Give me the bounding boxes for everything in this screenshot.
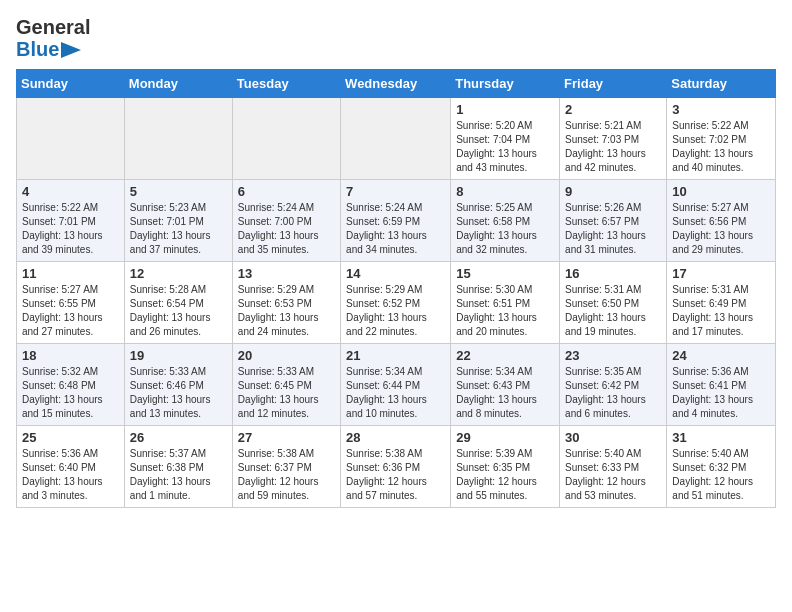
calendar-day-cell: 5Sunrise: 5:23 AM Sunset: 7:01 PM Daylig…: [124, 180, 232, 262]
day-number: 8: [456, 184, 554, 199]
calendar-day-cell: 17Sunrise: 5:31 AM Sunset: 6:49 PM Dayli…: [667, 262, 776, 344]
calendar-day-cell: 4Sunrise: 5:22 AM Sunset: 7:01 PM Daylig…: [17, 180, 125, 262]
day-number: 14: [346, 266, 445, 281]
day-info: Sunrise: 5:33 AM Sunset: 6:46 PM Dayligh…: [130, 365, 227, 421]
weekday-header-cell: Sunday: [17, 70, 125, 98]
calendar-day-cell: 24Sunrise: 5:36 AM Sunset: 6:41 PM Dayli…: [667, 344, 776, 426]
day-number: 17: [672, 266, 770, 281]
day-number: 24: [672, 348, 770, 363]
day-info: Sunrise: 5:27 AM Sunset: 6:56 PM Dayligh…: [672, 201, 770, 257]
calendar-day-cell: 8Sunrise: 5:25 AM Sunset: 6:58 PM Daylig…: [451, 180, 560, 262]
calendar-day-cell: 1Sunrise: 5:20 AM Sunset: 7:04 PM Daylig…: [451, 98, 560, 180]
day-number: 3: [672, 102, 770, 117]
logo-arrow-icon: [61, 42, 81, 58]
day-info: Sunrise: 5:34 AM Sunset: 6:44 PM Dayligh…: [346, 365, 445, 421]
day-info: Sunrise: 5:31 AM Sunset: 6:49 PM Dayligh…: [672, 283, 770, 339]
calendar-day-cell: 11Sunrise: 5:27 AM Sunset: 6:55 PM Dayli…: [17, 262, 125, 344]
day-info: Sunrise: 5:40 AM Sunset: 6:33 PM Dayligh…: [565, 447, 661, 503]
calendar-day-cell: 21Sunrise: 5:34 AM Sunset: 6:44 PM Dayli…: [341, 344, 451, 426]
calendar-day-cell: 20Sunrise: 5:33 AM Sunset: 6:45 PM Dayli…: [232, 344, 340, 426]
calendar-day-cell: 26Sunrise: 5:37 AM Sunset: 6:38 PM Dayli…: [124, 426, 232, 508]
day-number: 26: [130, 430, 227, 445]
day-info: Sunrise: 5:23 AM Sunset: 7:01 PM Dayligh…: [130, 201, 227, 257]
day-info: Sunrise: 5:27 AM Sunset: 6:55 PM Dayligh…: [22, 283, 119, 339]
calendar-day-cell: 31Sunrise: 5:40 AM Sunset: 6:32 PM Dayli…: [667, 426, 776, 508]
day-number: 2: [565, 102, 661, 117]
calendar-week-row: 18Sunrise: 5:32 AM Sunset: 6:48 PM Dayli…: [17, 344, 776, 426]
day-info: Sunrise: 5:21 AM Sunset: 7:03 PM Dayligh…: [565, 119, 661, 175]
calendar-week-row: 11Sunrise: 5:27 AM Sunset: 6:55 PM Dayli…: [17, 262, 776, 344]
calendar-day-cell: 19Sunrise: 5:33 AM Sunset: 6:46 PM Dayli…: [124, 344, 232, 426]
day-info: Sunrise: 5:28 AM Sunset: 6:54 PM Dayligh…: [130, 283, 227, 339]
day-info: Sunrise: 5:26 AM Sunset: 6:57 PM Dayligh…: [565, 201, 661, 257]
day-info: Sunrise: 5:32 AM Sunset: 6:48 PM Dayligh…: [22, 365, 119, 421]
weekday-header-cell: Thursday: [451, 70, 560, 98]
calendar-day-cell: [124, 98, 232, 180]
calendar-day-cell: 2Sunrise: 5:21 AM Sunset: 7:03 PM Daylig…: [560, 98, 667, 180]
day-info: Sunrise: 5:24 AM Sunset: 7:00 PM Dayligh…: [238, 201, 335, 257]
day-number: 27: [238, 430, 335, 445]
day-number: 30: [565, 430, 661, 445]
calendar-body: 1Sunrise: 5:20 AM Sunset: 7:04 PM Daylig…: [17, 98, 776, 508]
day-info: Sunrise: 5:25 AM Sunset: 6:58 PM Dayligh…: [456, 201, 554, 257]
day-number: 28: [346, 430, 445, 445]
day-number: 20: [238, 348, 335, 363]
calendar-day-cell: 7Sunrise: 5:24 AM Sunset: 6:59 PM Daylig…: [341, 180, 451, 262]
weekday-header-cell: Tuesday: [232, 70, 340, 98]
calendar-week-row: 1Sunrise: 5:20 AM Sunset: 7:04 PM Daylig…: [17, 98, 776, 180]
day-info: Sunrise: 5:39 AM Sunset: 6:35 PM Dayligh…: [456, 447, 554, 503]
day-number: 16: [565, 266, 661, 281]
weekday-header-cell: Monday: [124, 70, 232, 98]
calendar-day-cell: 10Sunrise: 5:27 AM Sunset: 6:56 PM Dayli…: [667, 180, 776, 262]
day-info: Sunrise: 5:38 AM Sunset: 6:36 PM Dayligh…: [346, 447, 445, 503]
day-number: 4: [22, 184, 119, 199]
logo-general: General: [16, 16, 90, 38]
calendar-day-cell: 22Sunrise: 5:34 AM Sunset: 6:43 PM Dayli…: [451, 344, 560, 426]
svg-marker-0: [61, 42, 81, 58]
day-number: 19: [130, 348, 227, 363]
day-number: 5: [130, 184, 227, 199]
day-number: 11: [22, 266, 119, 281]
weekday-header-cell: Wednesday: [341, 70, 451, 98]
calendar-week-row: 4Sunrise: 5:22 AM Sunset: 7:01 PM Daylig…: [17, 180, 776, 262]
calendar-day-cell: 3Sunrise: 5:22 AM Sunset: 7:02 PM Daylig…: [667, 98, 776, 180]
day-info: Sunrise: 5:36 AM Sunset: 6:41 PM Dayligh…: [672, 365, 770, 421]
calendar-day-cell: 23Sunrise: 5:35 AM Sunset: 6:42 PM Dayli…: [560, 344, 667, 426]
day-number: 21: [346, 348, 445, 363]
calendar-day-cell: 16Sunrise: 5:31 AM Sunset: 6:50 PM Dayli…: [560, 262, 667, 344]
day-info: Sunrise: 5:22 AM Sunset: 7:02 PM Dayligh…: [672, 119, 770, 175]
calendar-table: SundayMondayTuesdayWednesdayThursdayFrid…: [16, 69, 776, 508]
calendar-day-cell: 13Sunrise: 5:29 AM Sunset: 6:53 PM Dayli…: [232, 262, 340, 344]
day-info: Sunrise: 5:30 AM Sunset: 6:51 PM Dayligh…: [456, 283, 554, 339]
calendar-day-cell: 18Sunrise: 5:32 AM Sunset: 6:48 PM Dayli…: [17, 344, 125, 426]
day-info: Sunrise: 5:40 AM Sunset: 6:32 PM Dayligh…: [672, 447, 770, 503]
calendar-day-cell: 15Sunrise: 5:30 AM Sunset: 6:51 PM Dayli…: [451, 262, 560, 344]
day-info: Sunrise: 5:38 AM Sunset: 6:37 PM Dayligh…: [238, 447, 335, 503]
day-number: 31: [672, 430, 770, 445]
day-number: 10: [672, 184, 770, 199]
calendar-week-row: 25Sunrise: 5:36 AM Sunset: 6:40 PM Dayli…: [17, 426, 776, 508]
day-info: Sunrise: 5:24 AM Sunset: 6:59 PM Dayligh…: [346, 201, 445, 257]
day-number: 23: [565, 348, 661, 363]
day-info: Sunrise: 5:22 AM Sunset: 7:01 PM Dayligh…: [22, 201, 119, 257]
calendar-day-cell: 6Sunrise: 5:24 AM Sunset: 7:00 PM Daylig…: [232, 180, 340, 262]
calendar-day-cell: 12Sunrise: 5:28 AM Sunset: 6:54 PM Dayli…: [124, 262, 232, 344]
day-number: 22: [456, 348, 554, 363]
day-info: Sunrise: 5:31 AM Sunset: 6:50 PM Dayligh…: [565, 283, 661, 339]
calendar-day-cell: 28Sunrise: 5:38 AM Sunset: 6:36 PM Dayli…: [341, 426, 451, 508]
day-number: 1: [456, 102, 554, 117]
day-info: Sunrise: 5:29 AM Sunset: 6:53 PM Dayligh…: [238, 283, 335, 339]
weekday-header-row: SundayMondayTuesdayWednesdayThursdayFrid…: [17, 70, 776, 98]
weekday-header-cell: Saturday: [667, 70, 776, 98]
day-info: Sunrise: 5:35 AM Sunset: 6:42 PM Dayligh…: [565, 365, 661, 421]
day-number: 18: [22, 348, 119, 363]
day-info: Sunrise: 5:36 AM Sunset: 6:40 PM Dayligh…: [22, 447, 119, 503]
calendar-day-cell: 29Sunrise: 5:39 AM Sunset: 6:35 PM Dayli…: [451, 426, 560, 508]
logo: General Blue: [16, 16, 90, 61]
day-number: 13: [238, 266, 335, 281]
day-number: 12: [130, 266, 227, 281]
day-info: Sunrise: 5:20 AM Sunset: 7:04 PM Dayligh…: [456, 119, 554, 175]
calendar-day-cell: 9Sunrise: 5:26 AM Sunset: 6:57 PM Daylig…: [560, 180, 667, 262]
calendar-day-cell: 14Sunrise: 5:29 AM Sunset: 6:52 PM Dayli…: [341, 262, 451, 344]
weekday-header-cell: Friday: [560, 70, 667, 98]
